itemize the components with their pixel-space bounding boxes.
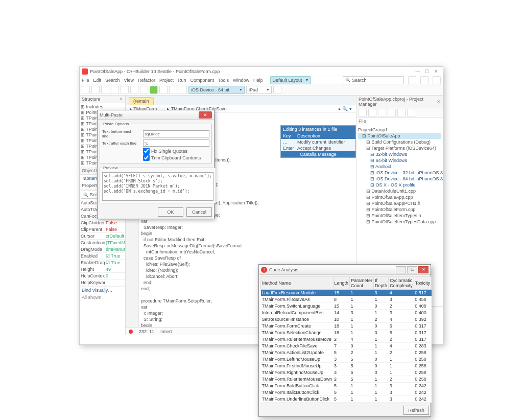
toolbar-button[interactable] (140, 86, 148, 94)
run-button[interactable] (150, 86, 158, 94)
close-button[interactable]: ✕ (432, 69, 441, 74)
project-item[interactable]: ⊟ DataModuleUnit1.cpp (358, 188, 441, 194)
analysis-table[interactable]: Method NameLengthParameter CountIf Depth… (260, 276, 432, 403)
analysis-row[interactable]: TMainForm.FirstIndMouseUp35010.258 (261, 363, 432, 369)
layout-combo[interactable]: Default Layout (270, 76, 311, 84)
analysis-row[interactable]: TMainForm.ActionList2Update52120.258 (261, 349, 432, 356)
property-row[interactable]: DragModedmManual (80, 246, 125, 253)
maximize-button[interactable]: ☐ (422, 69, 432, 74)
menu-run[interactable]: Run (178, 78, 186, 83)
toolbar-button[interactable] (169, 86, 177, 94)
text-after-input[interactable] (143, 139, 209, 147)
analysis-row[interactable]: TMainForm.SwitchLanguage151020.408 (261, 303, 432, 310)
analysis-row[interactable]: TMainForm.SelectionChange181050.317 (261, 330, 432, 336)
editor-tab[interactable]: (remain (129, 97, 154, 105)
toolbar-button[interactable] (159, 86, 168, 94)
minimize-button[interactable]: — (413, 69, 422, 74)
menu-window[interactable]: Window (233, 78, 249, 83)
analysis-row[interactable]: TMainForm.CheckFileSave70140.283 (261, 343, 432, 349)
trim-checkbox[interactable] (143, 154, 150, 161)
toolbar-button[interactable] (101, 86, 109, 94)
toolbar-icon[interactable] (408, 76, 416, 84)
analysis-row[interactable]: TMainForm.BoldButtonClick51130.242 (261, 383, 432, 389)
project-item[interactable]: ⊟ PointOfSaleApp.cpp (358, 194, 441, 200)
toolbar-button[interactable] (121, 86, 129, 94)
pm-button[interactable] (388, 109, 396, 117)
device-combo[interactable]: iOS Device - 64 bit (188, 86, 245, 94)
analysis-row[interactable]: LoadFmxResourceModule151340.517 (261, 290, 432, 296)
project-item[interactable]: ⊟ PointOfSaleItemTypesData.cpp (358, 219, 441, 225)
menu-project[interactable]: Project (159, 78, 174, 83)
close-button[interactable]: ✕ (418, 266, 428, 273)
analysis-row[interactable]: InternalReloadComponentRes143130.400 (261, 310, 432, 316)
menu-component[interactable]: Component (190, 78, 214, 83)
property-row[interactable]: EnableDragHighl☑ True (80, 260, 125, 266)
toolbar-button[interactable] (91, 86, 100, 94)
menu-refactor[interactable]: Refactor (138, 78, 155, 83)
menu-search[interactable]: Search (105, 78, 120, 83)
toolbar-icon[interactable] (433, 76, 441, 84)
analysis-row[interactable]: TMainForm.FileSaveAs81130.458 (261, 296, 432, 303)
project-item[interactable]: ⊟ Build Configurations (Debug) (358, 139, 441, 145)
toolbar-button[interactable] (130, 86, 138, 94)
analysis-row[interactable]: SetResourceHInstance101240.392 (261, 316, 432, 323)
menu-tools[interactable]: Tools (218, 78, 229, 83)
project-item[interactable]: ⊟ PointOfSaleApp (358, 133, 441, 139)
project-item[interactable]: ⊟ PointOfSaleItemTypes.h (358, 213, 441, 219)
project-item[interactable]: ⊟ 64-bit Windows (358, 157, 441, 164)
analysis-row[interactable]: TMainForm.FormCreate181060.317 (261, 323, 432, 330)
project-item[interactable]: ⊟ 32-bit Windows (358, 151, 441, 157)
project-tree[interactable]: ProjectGroup1⊟ PointOfSaleApp⊟ Build Con… (356, 125, 443, 226)
toolbar-button[interactable] (273, 86, 281, 94)
property-row[interactable]: CursorcrDefault (80, 233, 125, 240)
pm-button[interactable] (359, 109, 367, 117)
device2-combo[interactable]: iPad (246, 86, 272, 94)
analysis-row[interactable]: TMainForm.RulerItemMouseMove24120.317 (261, 336, 432, 343)
analysis-row[interactable]: TMainForm.ItalicButtonClick51130.242 (261, 389, 432, 396)
minimize-button[interactable]: — (396, 266, 406, 273)
refresh-button[interactable]: Refresh (403, 406, 429, 415)
analysis-row[interactable]: TMainForm.RightIndMouseUp35010.258 (261, 369, 432, 376)
pm-button[interactable] (397, 109, 406, 117)
dialog-titlebar[interactable]: ! Code Analysis — ☐ ✕ (259, 265, 431, 275)
pm-button[interactable] (378, 109, 386, 117)
project-item[interactable]: ⊟ iOS Device - 32 bit - iPhoneOS 8.4 (358, 170, 441, 176)
menu-file[interactable]: File (82, 78, 89, 83)
property-row[interactable]: ClipParentFalse (80, 226, 125, 233)
project-item[interactable]: ⊟ Target Platforms (iOSDevice64) (358, 145, 441, 151)
property-row[interactable]: Enabled☑ True (80, 253, 125, 260)
toolbar-button[interactable] (179, 86, 187, 94)
search-icon[interactable]: 🔍 ▾ (339, 106, 352, 111)
close-icon[interactable]: ✕ (437, 99, 441, 104)
analysis-row[interactable]: TMainForm.RulerItemMouseDown25120.258 (261, 376, 432, 383)
project-item[interactable]: ⊟ Android (358, 164, 441, 170)
project-item[interactable]: ⊟ PointOfSaleForm.cpp (358, 206, 441, 213)
property-row[interactable]: CustomIcon(TFixedMultiResBitmap) (80, 240, 125, 246)
property-row[interactable]: HelpContext0 (80, 273, 125, 279)
project-item[interactable]: ⊟ PointOfSaleAppPCH1.h (358, 200, 441, 206)
toolbar-icon[interactable] (420, 76, 428, 84)
menu-view[interactable]: View (124, 78, 134, 83)
close-icon[interactable]: ✕ (119, 97, 123, 102)
property-row[interactable]: ClipChildrenFalse (80, 220, 125, 226)
fix-quotes-checkbox[interactable] (143, 148, 150, 154)
pm-button[interactable] (407, 109, 415, 117)
analysis-row[interactable]: TMainForm.UnderlineButtonClick51130.242 (261, 396, 432, 403)
property-row[interactable]: Height49 (80, 266, 125, 273)
project-item[interactable]: ⊟ OS X - OS X profile (358, 182, 441, 188)
dialog-titlebar[interactable]: Multi-Paste ✕ (98, 110, 214, 120)
project-item[interactable]: ⊟ iOS Device - 64 bit - iPhoneOS 8.4 (358, 176, 441, 182)
menu-help[interactable]: Help (253, 78, 263, 83)
project-item[interactable]: ProjectGroup1 (358, 127, 441, 133)
close-button[interactable]: ✕ (199, 111, 212, 119)
text-before-input[interactable] (143, 130, 209, 137)
cancel-button[interactable]: Cancel (186, 207, 212, 217)
pm-button[interactable] (368, 109, 376, 117)
maximize-button[interactable]: ☐ (407, 266, 417, 273)
menu-edit[interactable]: Edit (93, 78, 102, 83)
structure-item[interactable]: ⊞ Includes (81, 104, 124, 110)
property-row[interactable]: HelpKeyword (80, 279, 125, 286)
toolbar-button[interactable] (82, 86, 90, 94)
analysis-row[interactable]: TMainForm.LeftIndMouseUp35010.258 (261, 356, 432, 363)
ok-button[interactable]: OK (158, 207, 183, 217)
